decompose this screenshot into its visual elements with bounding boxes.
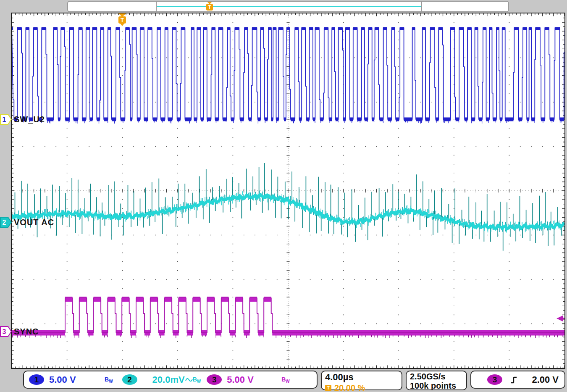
trigger-flag-tip-icon bbox=[120, 24, 124, 26]
trace-ch3-noise bbox=[13, 335, 563, 338]
trigger-t-badge-icon: T bbox=[325, 385, 331, 391]
channel-1-badge[interactable]: 1 bbox=[29, 374, 44, 385]
trigger-flag-t-icon: T bbox=[118, 16, 126, 24]
timebase-value: 4.00µs bbox=[325, 372, 402, 383]
record-view-bar[interactable]: T bbox=[67, 1, 509, 12]
channel-1-marker-num: 1 bbox=[3, 116, 6, 123]
trigger-position-value: 20.00 % bbox=[334, 383, 365, 392]
channel-3-bandwidth-icon: BW bbox=[281, 376, 290, 384]
record-trigger-marker[interactable]: T bbox=[206, 2, 213, 12]
channel-3-ground-marker[interactable]: 3 bbox=[0, 326, 12, 337]
trigger-readout-box[interactable]: 3 2.00 V bbox=[470, 371, 565, 389]
channel-2-label: VOUT AC bbox=[14, 218, 54, 227]
rising-edge-icon bbox=[510, 375, 518, 384]
sample-rate: 2.50GS/s bbox=[410, 372, 466, 381]
record-length: 100k points bbox=[410, 381, 466, 390]
trigger-t-icon: T bbox=[206, 4, 213, 11]
ac-coupling-icon bbox=[185, 376, 193, 383]
channel-2-bandwidth-icon: BW bbox=[193, 376, 201, 384]
trigger-level-arrow-icon[interactable] bbox=[556, 316, 564, 321]
channel-2-ground-marker[interactable]: 2 bbox=[0, 217, 12, 228]
channel-3-marker-num: 3 bbox=[3, 328, 6, 335]
channel-3-badge[interactable]: 3 bbox=[207, 374, 222, 385]
acquisition-readout-box[interactable]: 2.50GS/s 100k points bbox=[406, 371, 467, 390]
horizontal-readout-box[interactable]: 4.00µs T 20.00 % bbox=[321, 371, 402, 390]
trace-ch2-spikes bbox=[15, 163, 562, 251]
oscilloscope-screen: T T 1 2 3 SW_U2 VOUT AC SYNC 1 5.00 V BW… bbox=[0, 0, 567, 392]
waveform-plot bbox=[12, 13, 564, 368]
trigger-position-flag[interactable]: T bbox=[118, 13, 127, 25]
channel-readout-box[interactable]: 1 5.00 V BW 2 20.0mV BW 3 5.00 V BW bbox=[23, 371, 318, 389]
channel-2-scale: 20.0mV bbox=[152, 374, 185, 385]
trigger-level-value: 2.00 V bbox=[532, 374, 559, 385]
channel-1-ground-marker[interactable]: 1 bbox=[0, 114, 12, 125]
channel-1-scale: 5.00 V bbox=[49, 374, 90, 385]
channel-1-bandwidth-icon: BW bbox=[105, 376, 113, 384]
window-left-bracket bbox=[156, 2, 157, 11]
channel-1-label: SW_U2 bbox=[14, 115, 45, 124]
graticule bbox=[11, 13, 565, 369]
center-axis-ticks bbox=[23, 22, 553, 359]
window-right-bracket bbox=[421, 2, 422, 11]
channel-2-marker-num: 2 bbox=[3, 219, 6, 226]
channel-3-scale: 5.00 V bbox=[227, 374, 268, 385]
trigger-source-badge: 3 bbox=[487, 374, 502, 385]
channel-2-badge[interactable]: 2 bbox=[122, 374, 137, 385]
trace-ch1 bbox=[12, 28, 564, 119]
channel-3-label: SYNC bbox=[14, 327, 39, 337]
window-position-line bbox=[157, 6, 421, 7]
